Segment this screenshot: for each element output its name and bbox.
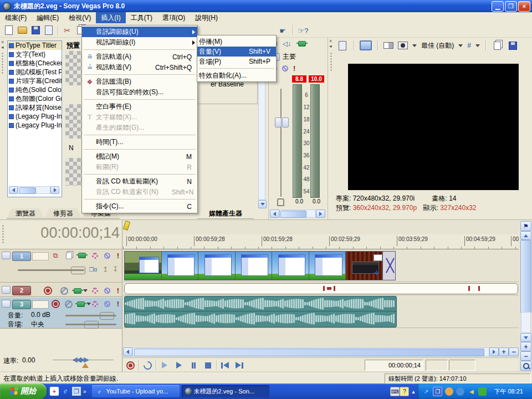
track1-gear-icon[interactable] (90, 251, 99, 260)
time-ruler[interactable]: 00:00:00;00 00:00:59;28 00:01:59;28 00:0… (123, 234, 519, 249)
go-to-start-button[interactable] (218, 359, 232, 371)
track-motion-icon[interactable]: ⧉ (51, 251, 60, 260)
list-item[interactable]: 文字(Text) (8, 50, 62, 59)
track3-grip[interactable] (2, 300, 11, 308)
menu-item-cd-track-index[interactable]: 音訊 CD 軌道索引(N)Shift+N (82, 187, 197, 197)
tab-trimmer[interactable]: 修剪器 (44, 208, 82, 219)
ime-help-icon[interactable]: ? (400, 387, 409, 396)
track2-fx-icon[interactable] (73, 287, 82, 295)
track2-mute-icon[interactable] (60, 287, 69, 295)
track1-number[interactable]: 1 (12, 252, 31, 261)
show-desktop-icon[interactable]: ❐ (72, 387, 81, 396)
tray-network-icon[interactable]: ❒ (433, 387, 442, 396)
external-monitor-icon[interactable] (360, 40, 372, 50)
track3-name-field[interactable] (32, 300, 49, 309)
quick-launch-expand-icon[interactable]: » (83, 388, 86, 395)
volume-slider[interactable] (65, 315, 116, 316)
start-button[interactable]: 開始 (0, 383, 47, 399)
tray-update-icon[interactable] (456, 387, 464, 396)
submenu-item-volume[interactable]: 音量(V)Shift+V (197, 47, 276, 57)
mixer-bypass-icon[interactable] (282, 65, 288, 71)
shuttle-handle[interactable]: ◀◀▶▶ (72, 355, 88, 364)
loop-playback-button[interactable] (140, 359, 155, 371)
scroll-right-button[interactable] (489, 347, 499, 356)
menu-item-text-media[interactable]: T文字媒體(X)... (82, 112, 197, 122)
track3-number[interactable]: 3 (12, 300, 31, 309)
minimize-button[interactable]: ▁ (492, 1, 504, 12)
zoom-tool-button[interactable] (520, 361, 531, 371)
track1-alpha-icon[interactable]: ❐α (89, 265, 98, 274)
list-item[interactable]: ProType Titler (8, 41, 62, 50)
vscroll-track[interactable] (521, 312, 531, 333)
grid-dropdown-arrow[interactable] (475, 44, 480, 47)
tab-explorer[interactable]: 瀏覽器 (7, 208, 44, 219)
track-header-1[interactable]: 1 ⧉ ! ❐α ↥ ↧ (0, 249, 122, 283)
menu-item-video-envelopes[interactable]: 視訊調節線(I) (82, 37, 197, 48)
scroll-down-button[interactable] (520, 333, 531, 342)
master-fader-handle[interactable] (275, 117, 289, 127)
overlay-icon[interactable] (398, 42, 408, 49)
submenu-item-fx-automation[interactable]: 特效自動化(A)... (197, 70, 276, 80)
menu-item-assignable-fx[interactable]: 音訊可指定的特效(S)... (82, 87, 197, 98)
zoom-out-time-button[interactable]: − (509, 347, 519, 356)
track2-solo-icon[interactable]: ! (114, 286, 122, 295)
quality-dropdown-arrow[interactable] (458, 44, 463, 47)
compositing-mode-icon[interactable] (64, 251, 73, 260)
normal-edit-tool-icon[interactable]: ☛ (277, 25, 288, 36)
submenu-item-pan[interactable]: 音場(P)Shift+P (197, 57, 276, 66)
restore-button[interactable]: ❐ (505, 1, 517, 12)
list-horizontal-scrollbar[interactable] (9, 186, 59, 194)
tray-volume-icon[interactable]: ◀ (467, 387, 475, 396)
vscroll-thumb[interactable] (520, 240, 531, 313)
track-header-3[interactable]: 3 ! 音量: 0.0 dB 音場: 中央 (0, 298, 122, 329)
track2-event[interactable] (124, 283, 518, 294)
play-button[interactable] (172, 359, 186, 371)
track2-arm-record-icon[interactable] (43, 286, 52, 295)
menu-item-command[interactable]: 指令(C)...C (82, 201, 197, 212)
menu-item-cd-track-region[interactable]: 音訊 CD 軌道範圍(K)N (82, 176, 197, 187)
mixer-solo-icon[interactable]: ! (293, 64, 295, 73)
menu-item-marker[interactable]: 標記(M)M (82, 151, 197, 162)
task-button-youtube[interactable]: e YouTube - Upload yo... (92, 385, 180, 397)
list-item[interactable]: 純色(Solid Color (8, 85, 62, 94)
split-screen-icon[interactable] (383, 42, 393, 49)
menu-tools[interactable]: 工具(T) (126, 12, 157, 23)
track1-name-field[interactable] (32, 252, 49, 260)
track3-fx-icon[interactable] (76, 300, 85, 309)
track1-level-slider[interactable] (18, 269, 84, 271)
track3-mute-icon[interactable] (64, 300, 73, 309)
record-button[interactable] (123, 359, 137, 371)
menu-item-time[interactable]: 時間(T)... (82, 137, 197, 147)
menu-view[interactable]: 檢視(V) (64, 12, 96, 23)
menu-help[interactable]: 說明(H) (190, 12, 223, 23)
menu-item-audio-track[interactable]: ≞音訊軌道(A)Ctrl+Q (82, 52, 197, 62)
scroll-up-button[interactable] (520, 231, 531, 240)
tray-users-icon[interactable] (445, 387, 453, 396)
peak-value-left[interactable]: 8.8 (292, 75, 306, 83)
ie-quicklaunch-icon[interactable]: e (61, 387, 70, 396)
track2-bypass-icon[interactable] (103, 286, 111, 295)
track1-solo-icon[interactable]: ! (114, 251, 122, 260)
cut-icon[interactable]: ✂ (62, 25, 73, 36)
tray-nvidia-icon[interactable] (478, 387, 487, 396)
timeline-vertical-scrollbar[interactable]: ⚑ + − (520, 220, 531, 373)
ime-keyboard-icon[interactable]: ⌨ (390, 387, 400, 396)
track2-number[interactable]: 2 (12, 286, 31, 295)
list-item[interactable]: 棋盤格(Checkerl (8, 59, 62, 68)
tray-connection-icon[interactable]: ↗ (422, 387, 430, 396)
timeline-horizontal-scrollbar[interactable]: + − (123, 347, 519, 356)
track3-gear-icon[interactable] (90, 299, 99, 308)
menu-item-generated-media[interactable]: 產生的媒體(G)... (82, 122, 197, 133)
make-composite-child-icon[interactable]: ↥ (101, 265, 110, 274)
preview-panel-grip[interactable]: ×◂ (329, 39, 332, 49)
shuttle-center-marker[interactable] (82, 363, 89, 368)
media-player-quicklaunch-icon[interactable]: + (50, 387, 59, 396)
track3-arm-record-icon[interactable] (51, 299, 60, 308)
dim-output-icon[interactable]: ◁↓ (283, 40, 291, 48)
insert-fx-icon[interactable] (298, 41, 306, 47)
mixer-horizontal-scrollbar[interactable] (270, 209, 325, 218)
list-item[interactable]: 片頭字幕(Credit (8, 76, 62, 85)
track1-fx-icon[interactable] (78, 251, 86, 260)
save-project-icon[interactable] (30, 25, 41, 36)
list-item[interactable]: 測試模板(Test P (8, 68, 62, 76)
